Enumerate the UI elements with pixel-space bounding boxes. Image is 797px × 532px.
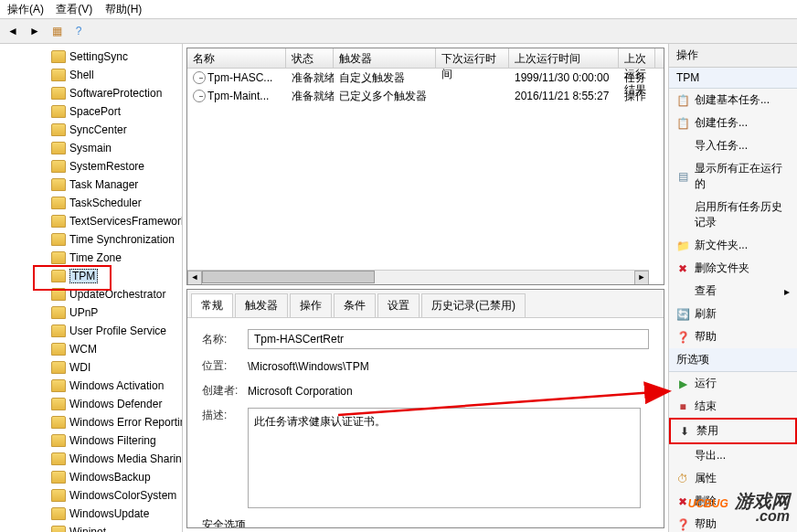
field-desc[interactable]: 此任务请求健康认证证书。 [248,408,641,508]
action-icon: 📋 [676,117,689,130]
security-header: 安全选项 [202,517,649,528]
col-last[interactable]: 上次运行时间 [509,48,619,68]
tree-item[interactable]: WindowsColorSystem [0,486,182,505]
tree-item[interactable]: Windows Media Sharing [0,450,182,468]
action-icon: ❓ [676,331,689,344]
tree-item[interactable]: UpdateOrchestrator [0,285,182,303]
help-icon[interactable]: ? [69,22,88,40]
action-item[interactable]: ▶运行 [669,372,797,395]
tree-item[interactable]: TaskScheduler [0,194,182,212]
col-next[interactable]: 下次运行时间 [436,48,509,68]
action-label: 运行 [695,376,717,391]
folder-icon [51,233,66,246]
label-author: 创建者: [202,383,248,399]
menu-help[interactable]: 帮助(H) [105,3,143,16]
menu-action[interactable]: 操作(A) [7,3,44,16]
action-item[interactable]: ❓帮助 [669,325,797,348]
tree-item[interactable]: Task Manager [0,176,182,194]
tree-item[interactable]: Time Zone [0,249,182,267]
folder-icon [51,123,66,136]
folder-icon [51,270,66,282]
action-item[interactable]: 导出... [669,444,797,467]
tab[interactable]: 条件 [334,293,376,317]
tab[interactable]: 历史记录(已禁用) [421,293,526,317]
group-selected: 所选项 [669,348,797,372]
tree-item[interactable]: Windows Filtering [0,431,182,450]
scroll-right-icon[interactable]: ► [634,271,649,285]
folder-icon [51,69,66,81]
scrollbar-horizontal[interactable]: ◄ ► [187,270,649,284]
tree-item[interactable]: SettingSync [0,48,182,66]
nav-back-icon[interactable]: ◄ [4,22,22,40]
tree-item[interactable]: Windows Activation [0,377,182,395]
action-item[interactable]: ⏱属性 [669,467,797,490]
tree-item[interactable]: WindowsBackup [0,468,182,486]
tree-item[interactable]: Shell [0,66,182,84]
scroll-left-icon[interactable]: ◄ [187,271,202,285]
tree-item[interactable]: UPnP [0,303,182,322]
tab[interactable]: 设置 [377,293,420,317]
folder-icon [51,379,66,392]
tree-label: SoftwareProtection [69,87,162,100]
actions-title: 操作 [669,44,797,68]
action-label: 创建基本任务... [695,92,770,108]
action-item[interactable]: 📋创建任务... [669,112,797,134]
tree-item[interactable]: Sysmain [0,139,182,157]
tree-item[interactable]: User Profile Service [0,322,182,340]
scroll-thumb[interactable] [202,271,375,283]
col-name[interactable]: 名称 [187,48,286,68]
folder-icon [51,178,66,191]
col-status[interactable]: 状态 [286,48,334,68]
chevron-right-icon: ▸ [784,285,790,298]
action-item[interactable]: 📁新文件夹... [669,234,797,257]
action-item[interactable]: ✖删除 [669,490,797,513]
tree-label: Wininet [69,526,106,532]
tab[interactable]: 常规 [191,293,233,317]
col-result[interactable]: 上次运行结果 [619,48,655,68]
tree-item[interactable]: SoftwareProtection [0,84,182,102]
tree-item[interactable]: TPM [0,267,182,285]
tree-label: Windows Activation [69,379,164,392]
tree-item[interactable]: Windows Error Reporting [0,413,182,431]
action-item[interactable]: ⬇禁用 [669,418,797,444]
tree-item[interactable]: Windows Defender [0,395,182,413]
value-location: \Microsoft\Windows\TPM [248,360,649,373]
task-row[interactable]: Tpm-HASC...准备就绪自定义触发器1999/11/30 0:00:00任… [187,69,664,87]
tree-item[interactable]: WindowsUpdate [0,505,182,523]
tree-item[interactable]: TextServicesFramework [0,212,182,230]
tab-bar: 常规触发器操作条件设置历史记录(已禁用) [187,290,664,318]
tree-label: Windows Filtering [69,434,156,447]
action-item[interactable]: 导入任务... [669,134,797,157]
action-icon [676,450,689,463]
tree-label: User Profile Service [69,325,166,337]
action-label: 刷新 [695,306,717,322]
action-item[interactable]: 查看▸ [669,280,797,303]
action-item[interactable]: ▤显示所有正在运行的 [669,157,797,196]
action-item[interactable]: ✖删除文件夹 [669,257,797,280]
action-item[interactable]: 📋创建基本任务... [669,89,797,112]
nav-forward-icon[interactable]: ► [26,22,44,40]
action-item[interactable]: 🔄刷新 [669,303,797,325]
tab[interactable]: 触发器 [235,293,288,317]
action-item[interactable]: ❓帮助 [669,513,797,532]
tab[interactable]: 操作 [290,293,332,317]
tree-item[interactable]: SpacePort [0,102,182,121]
menu-view[interactable]: 查看(V) [56,3,92,16]
tree-item[interactable]: Time Synchronization [0,230,182,249]
tree-item[interactable]: WCM [0,340,182,358]
tree-item[interactable]: Wininet [0,523,182,532]
properties-icon[interactable]: ▦ [48,22,66,40]
action-label: 查看 [695,283,717,299]
tree-item[interactable]: WDI [0,358,182,377]
folder-tree[interactable]: SettingSyncShellSoftwareProtectionSpaceP… [0,44,183,532]
task-list[interactable]: 名称 状态 触发器 下次运行时间 上次运行时间 上次运行结果 Tpm-HASC.… [186,48,664,285]
folder-icon [51,87,66,100]
action-item[interactable]: ■结束 [669,395,797,418]
tree-item[interactable]: SystemRestore [0,157,182,176]
col-trigger[interactable]: 触发器 [334,48,436,68]
label-desc: 描述: [202,408,248,423]
action-item[interactable]: 启用所有任务历史记录 [669,196,797,234]
tree-item[interactable]: SyncCenter [0,121,182,139]
task-row[interactable]: Tpm-Maint...准备就绪已定义多个触发器2016/11/21 8:55:… [187,87,664,105]
field-name[interactable] [248,329,649,349]
